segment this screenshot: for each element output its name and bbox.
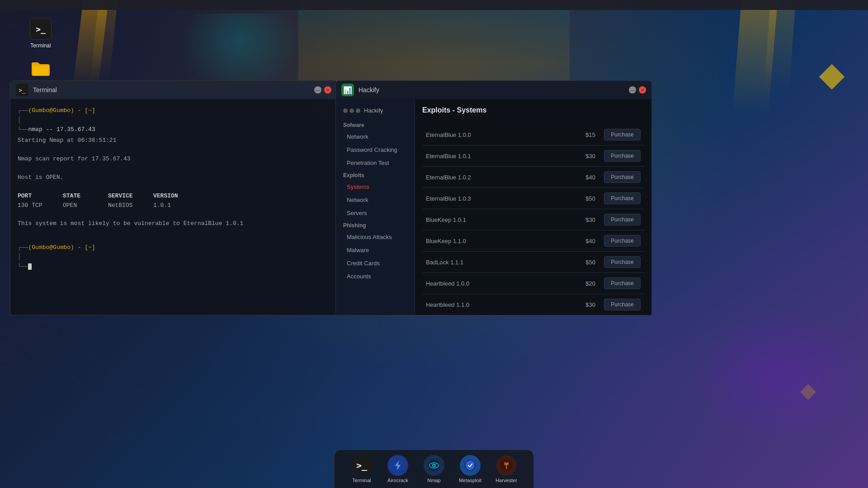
- dock-terminal-icon: >_: [351, 455, 372, 476]
- terminal-minimize-btn[interactable]: —: [314, 86, 321, 94]
- table-row: BadLock 1.1.1 $50 Purchase: [422, 252, 644, 273]
- dock-airocrack-label: Airocrack: [387, 478, 408, 483]
- exploit-buy-2: Purchase: [599, 167, 644, 188]
- dock-item-nmap[interactable]: Nmap: [418, 452, 450, 486]
- port-table: PORT STATE SERVICE VERSION 130 TCP OPEN …: [18, 192, 330, 211]
- term-prompt-1: (Gumbo@Gumbo) - [~]: [28, 106, 95, 116]
- hackify-content: Hackify Sofware Network Password Crackin…: [336, 99, 651, 315]
- term-spacer-4: [18, 212, 330, 217]
- term-vuln-line: This system is most likely to be vulnera…: [18, 219, 330, 229]
- tree-branch2-1: ┌──: [18, 243, 28, 253]
- sidebar-item-network-sofware[interactable]: Network: [336, 130, 415, 143]
- terminal-symbol: >_: [36, 24, 46, 34]
- exploit-buy-6: Purchase: [599, 252, 644, 273]
- term-spacer-1: [18, 147, 330, 153]
- hackify-window: 📊 Hackify — ✕ Hackify Sofware Network Pa…: [335, 80, 652, 315]
- purchase-btn-3[interactable]: Purchase: [604, 192, 641, 204]
- term-spacer-3: [18, 184, 330, 190]
- sidebar-item-servers[interactable]: Servers: [336, 206, 415, 220]
- purchase-btn-5[interactable]: Purchase: [604, 235, 641, 247]
- sidebar-item-network-exploits[interactable]: Network: [336, 193, 415, 206]
- exploit-buy-0: Purchase: [599, 124, 644, 145]
- term-tree2-cmd: └──: [18, 262, 330, 272]
- exploit-name-8: Heartbleed 1.1.0: [422, 294, 572, 315]
- sidebar-section-sofware: Sofware: [336, 119, 415, 130]
- hackify-close-btn[interactable]: ✕: [639, 86, 646, 94]
- terminal-window-title: Terminal: [33, 86, 310, 94]
- term-cursor: [28, 263, 32, 270]
- terminal-close-btn[interactable]: ✕: [324, 86, 331, 94]
- exploit-name-7: Heartbleed 1.0.0: [422, 273, 572, 294]
- sidebar-item-malware[interactable]: Malware: [336, 244, 415, 257]
- dock-terminal-symbol: >_: [356, 460, 367, 471]
- terminal-window-icon: >_: [16, 84, 28, 96]
- dock-item-terminal[interactable]: >_ Terminal: [345, 452, 378, 486]
- port-col-port: PORT: [18, 192, 63, 201]
- dock-item-harvester[interactable]: Harvester: [490, 452, 523, 486]
- exploit-name-4: BlueKeep 1.0.1: [422, 209, 572, 230]
- purchase-btn-7[interactable]: Purchase: [604, 277, 641, 289]
- dock-metasploit-label: Metasploit: [459, 478, 481, 483]
- purchase-btn-2[interactable]: Purchase: [604, 171, 641, 183]
- hackify-titlebar: 📊 Hackify — ✕: [336, 81, 651, 99]
- exploit-price-7: $20: [572, 273, 599, 294]
- terminal-window: >_ Terminal — ✕ ┌── (Gumbo@Gumbo) - [~] …: [10, 80, 337, 315]
- sidebar-dot-2: [349, 108, 354, 113]
- term-tree2-top: ┌── (Gumbo@Gumbo) - [~]: [18, 243, 330, 253]
- exploit-price-8: $30: [572, 294, 599, 315]
- term-spacer-2: [18, 166, 330, 171]
- purchase-btn-0[interactable]: Purchase: [604, 129, 641, 141]
- terminal-body: ┌── (Gumbo@Gumbo) - [~] │ └── nmap -- 17…: [10, 99, 337, 315]
- desktop-icon-terminal[interactable]: >_ Terminal: [23, 18, 59, 49]
- tree-branch2-2: │: [18, 253, 21, 262]
- tree-branch-1: ┌──: [18, 106, 28, 116]
- terminal-titlebar: >_ Terminal — ✕: [10, 81, 337, 99]
- exploit-name-3: EternalBlue 1.0.3: [422, 188, 572, 209]
- term-tree-cmd: └── nmap -- 17.35.67.43: [18, 125, 330, 135]
- exploit-name-5: BlueKeep 1.1.0: [422, 230, 572, 252]
- hackify-window-icon: 📊: [341, 84, 354, 96]
- term-tree-mid: │: [18, 116, 330, 125]
- sidebar-item-malicious-attacks[interactable]: Malicious Attacks: [336, 230, 415, 244]
- hackify-minimize-btn[interactable]: —: [629, 86, 636, 94]
- exploit-price-0: $15: [572, 124, 599, 145]
- table-row: EternalBlue 1.0.0 $15 Purchase: [422, 124, 644, 145]
- exploit-buy-8: Purchase: [599, 294, 644, 315]
- term-prompt-2: (Gumbo@Gumbo) - [~]: [28, 243, 95, 253]
- dock-metasploit-icon: [460, 455, 481, 476]
- sidebar-item-systems[interactable]: Systems: [336, 180, 415, 193]
- dock-terminal-label: Terminal: [352, 478, 371, 483]
- dock-item-airocrack[interactable]: Airocrack: [382, 452, 414, 486]
- dock-airocrack-icon: [387, 455, 408, 476]
- exploit-name-1: EternalBlue 1.0.1: [422, 145, 572, 167]
- exploit-buy-1: Purchase: [599, 145, 644, 167]
- purchase-btn-4[interactable]: Purchase: [604, 214, 641, 225]
- purchase-btn-1[interactable]: Purchase: [604, 150, 641, 162]
- tree-branch-3: └──: [18, 125, 28, 135]
- term-spacer-5: [18, 230, 330, 243]
- sidebar-item-credit-cards[interactable]: Credit Cards: [336, 257, 415, 270]
- port-data-row: 130 TCP OPEN NetBIOS 1.0.1: [18, 201, 330, 211]
- exploit-table: EternalBlue 1.0.0 $15 Purchase EternalBl…: [422, 124, 644, 315]
- exploit-price-5: $40: [572, 230, 599, 252]
- sidebar-dot-1: [343, 108, 348, 113]
- hackify-window-title: Hackify: [359, 86, 624, 94]
- sidebar-item-penetration-test[interactable]: Penetration Test: [336, 156, 415, 169]
- desktop-icons-container: >_ Terminal File Browser: [23, 18, 59, 89]
- svg-point-5: [434, 465, 435, 465]
- sidebar-item-password-cracking[interactable]: Password Cracking: [336, 143, 415, 156]
- term-report: Nmap scan report for 17.35.67.43: [18, 155, 330, 164]
- exploit-name-0: EternalBlue 1.0.0: [422, 124, 572, 145]
- sidebar-item-accounts[interactable]: Accounts: [336, 270, 415, 283]
- purchase-btn-6[interactable]: Purchase: [604, 256, 641, 268]
- table-row: Heartbleed 1.1.0 $30 Purchase: [422, 294, 644, 315]
- terminal-icon-label: Terminal: [30, 42, 51, 49]
- hackify-sidebar: Hackify Sofware Network Password Crackin…: [336, 99, 415, 315]
- exploit-buy-3: Purchase: [599, 188, 644, 209]
- exploit-price-1: $30: [572, 145, 599, 167]
- dock-harvester-icon: [496, 455, 517, 476]
- port-header-row: PORT STATE SERVICE VERSION: [18, 192, 330, 201]
- dock-item-metasploit[interactable]: Metasploit: [454, 452, 486, 486]
- hackify-logo-area: Hackify: [336, 103, 415, 119]
- purchase-btn-8[interactable]: Purchase: [604, 299, 641, 310]
